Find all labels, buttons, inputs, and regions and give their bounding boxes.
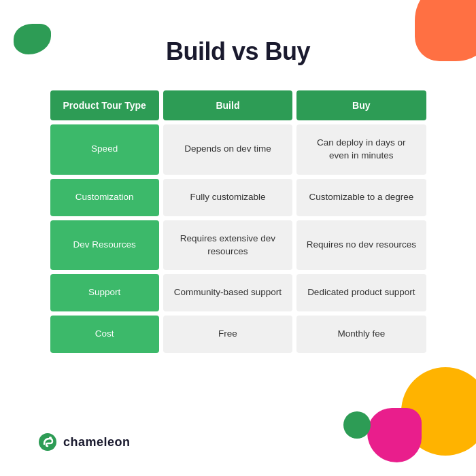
page-title: Build vs Buy (166, 37, 310, 66)
header-type: Product Tour Type (50, 90, 159, 120)
comparison-table: Product Tour Type Build Buy SpeedDepends… (46, 86, 430, 357)
svg-point-1 (49, 437, 52, 439)
row-build-0: Depends on dev time (163, 124, 292, 175)
row-label-4: Cost (50, 316, 159, 353)
table-row: SpeedDepends on dev timeCan deploy in da… (50, 124, 426, 175)
logo-text: chameleon (63, 435, 131, 449)
table-row: Dev ResourcesRequires extensive dev reso… (50, 220, 426, 271)
row-build-3: Community-based support (163, 274, 292, 311)
chameleon-logo-icon (37, 432, 58, 452)
row-build-1: Fully customizable (163, 179, 292, 216)
table-row: CustomizationFully customizableCustomiza… (50, 179, 426, 216)
row-build-4: Free (163, 316, 292, 353)
row-label-0: Speed (50, 124, 159, 175)
header-build: Build (163, 90, 292, 120)
row-buy-1: Customizable to a degree (296, 179, 426, 216)
blob-bottom-right-pink (367, 408, 422, 462)
row-buy-4: Monthly fee (296, 316, 426, 353)
table-header-row: Product Tour Type Build Buy (50, 90, 426, 120)
svg-point-0 (39, 433, 56, 451)
row-buy-0: Can deploy in days or even in minutes (296, 124, 426, 175)
logo-area: chameleon (37, 432, 131, 452)
blob-bottom-right-green (343, 411, 371, 439)
page-content: Build vs Buy Product Tour Type Build Buy… (0, 0, 476, 357)
table-row: SupportCommunity-based supportDedicated … (50, 274, 426, 311)
row-buy-2: Requires no dev resources (296, 220, 426, 271)
row-buy-3: Dedicated product support (296, 274, 426, 311)
header-buy: Buy (296, 90, 426, 120)
row-label-1: Customization (50, 179, 159, 216)
row-build-2: Requires extensive dev resources (163, 220, 292, 271)
table-row: CostFreeMonthly fee (50, 316, 426, 353)
row-label-2: Dev Resources (50, 220, 159, 271)
row-label-3: Support (50, 274, 159, 311)
